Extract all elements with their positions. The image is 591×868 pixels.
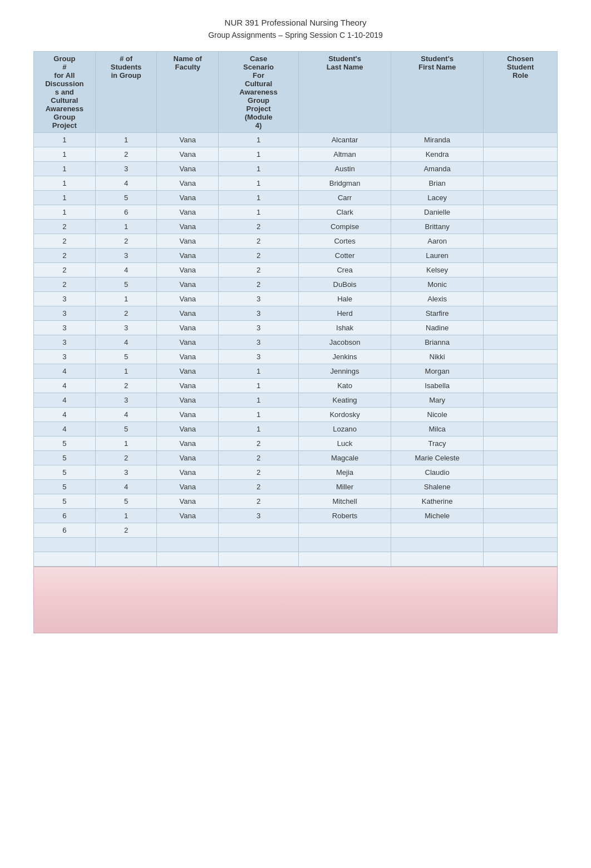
cell-role (484, 291, 558, 306)
cell-firstname: Morgan (391, 364, 484, 378)
cell-students: 2 (95, 523, 157, 537)
cell-role (484, 262, 558, 277)
cell-faculty: Vana (157, 291, 219, 306)
table-row: 15Vana1CarrLacey (34, 190, 558, 205)
table-row: 23Vana2CotterLauren (34, 248, 558, 262)
cell-students: 4 (95, 176, 157, 190)
cell-role (484, 393, 558, 407)
cell-students: 1 (95, 364, 157, 378)
cell-faculty (157, 523, 219, 537)
cell-students: 5 (95, 349, 157, 364)
cell-firstname: Milca (391, 421, 484, 436)
cell-scenario: 3 (219, 306, 299, 320)
table-row: 21Vana2CompiseBrittany (34, 219, 558, 234)
cell-scenario: 2 (219, 450, 299, 465)
cell-group: 3 (34, 291, 96, 306)
cell-firstname: Aaron (391, 234, 484, 248)
cell-lastname: Magcale (299, 450, 391, 465)
table-row: 35Vana3JenkinsNikki (34, 349, 558, 364)
cell-scenario: 1 (219, 147, 299, 161)
cell-students: 5 (95, 277, 157, 291)
cell-faculty: Vana (157, 320, 219, 335)
cell-firstname: Miranda (391, 132, 484, 147)
cell-faculty: Vana (157, 205, 219, 219)
header-firstname: Student's First Name (391, 51, 484, 132)
cell-faculty: Vana (157, 306, 219, 320)
cell-lastname: Herd (299, 306, 391, 320)
header-role: Chosen Student Role (484, 51, 558, 132)
cell-faculty: Vana (157, 407, 219, 421)
table-row: 51Vana2LuckTracy (34, 436, 558, 450)
cell-group: 4 (34, 421, 96, 436)
cell-scenario: 3 (219, 335, 299, 349)
cell-firstname (391, 523, 484, 537)
cell-role (484, 465, 558, 479)
table-row: 16Vana1ClarkDanielle (34, 205, 558, 219)
cell-scenario: 1 (219, 205, 299, 219)
cell-role (484, 436, 558, 450)
cell-firstname: Michele (391, 508, 484, 523)
table-row: 52Vana2MagcaleMarie Celeste (34, 450, 558, 465)
cell-role (484, 277, 558, 291)
cell-group: 2 (34, 248, 96, 262)
cell-blurred: ████ (391, 552, 484, 566)
cell-students: 1 (95, 132, 157, 147)
cell-scenario: 2 (219, 277, 299, 291)
cell-faculty: Vana (157, 190, 219, 205)
cell-group: 2 (34, 234, 96, 248)
cell-scenario: 1 (219, 407, 299, 421)
cell-scenario: 1 (219, 176, 299, 190)
table-row: 55Vana2MitchellKatherine (34, 494, 558, 508)
cell-scenario: 2 (219, 219, 299, 234)
table-row: 14Vana1BridgmanBrian (34, 176, 558, 190)
cell-students: 2 (95, 234, 157, 248)
cell-firstname: Isabella (391, 378, 484, 393)
cell-role (484, 306, 558, 320)
cell-group: 6 (34, 523, 96, 537)
cell-blurred: ██████ (484, 537, 558, 552)
cell-lastname: Jacobson (299, 335, 391, 349)
cell-lastname (299, 523, 391, 537)
table-row: 45Vana1LozanoMilca (34, 421, 558, 436)
cell-firstname: Nadine (391, 320, 484, 335)
cell-scenario: 2 (219, 494, 299, 508)
cell-faculty: Vana (157, 248, 219, 262)
cell-firstname: Starfire (391, 306, 484, 320)
cell-faculty: Vana (157, 421, 219, 436)
cell-group: 1 (34, 161, 96, 176)
cell-students: 2 (95, 378, 157, 393)
cell-group: 2 (34, 277, 96, 291)
header-lastname: Student's Last Name (299, 51, 391, 132)
cell-students: 5 (95, 421, 157, 436)
cell-scenario: 1 (219, 190, 299, 205)
table-row: 22Vana2CortesAaron (34, 234, 558, 248)
cell-scenario: 2 (219, 436, 299, 450)
cell-students: 5 (95, 190, 157, 205)
cell-group: 5 (34, 436, 96, 450)
cell-students: 2 (95, 306, 157, 320)
cell-blurred: ██████ (157, 537, 219, 552)
cell-scenario: 2 (219, 479, 299, 494)
cell-lastname: Keating (299, 393, 391, 407)
cell-firstname: Kendra (391, 147, 484, 161)
cell-group: 5 (34, 450, 96, 465)
table-row: 44Vana1KordoskyNicole (34, 407, 558, 421)
cell-role (484, 494, 558, 508)
table-row: 32Vana3HerdStarfire (34, 306, 558, 320)
table-row: 42Vana1KatoIsabella (34, 378, 558, 393)
cell-role (484, 421, 558, 436)
cell-lastname: Hale (299, 291, 391, 306)
cell-role (484, 450, 558, 465)
cell-role (484, 349, 558, 364)
cell-students: 4 (95, 407, 157, 421)
cell-students: 4 (95, 479, 157, 494)
cell-scenario: 2 (219, 465, 299, 479)
cell-students: 1 (95, 436, 157, 450)
cell-students: 1 (95, 508, 157, 523)
cell-students: 6 (95, 205, 157, 219)
cell-faculty: Vana (157, 479, 219, 494)
header-faculty: Name of Faculty (157, 51, 219, 132)
cell-firstname: Lacey (391, 190, 484, 205)
cell-blurred: ██████ (391, 537, 484, 552)
cell-firstname: Brittany (391, 219, 484, 234)
